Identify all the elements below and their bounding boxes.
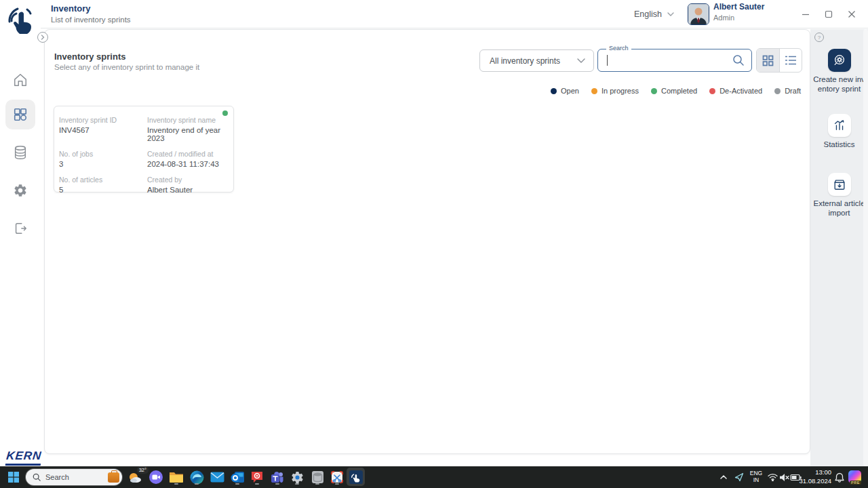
tray-overflow-chevron[interactable] bbox=[717, 469, 730, 485]
field-no-of-articles: No. of articles 5 bbox=[59, 176, 147, 194]
search-icon[interactable] bbox=[732, 54, 745, 66]
sprint-filter-dropdown[interactable]: All inventory sprints bbox=[479, 49, 594, 72]
briefcase-icon bbox=[108, 472, 119, 483]
section-heading: Inventory sprints bbox=[54, 52, 125, 62]
user-avatar[interactable] bbox=[688, 3, 709, 25]
start-button[interactable] bbox=[5, 469, 22, 485]
tray-clock[interactable]: 13:00 31.08.2024 bbox=[799, 468, 831, 486]
page-subtitle: List of inventory sprints bbox=[51, 16, 131, 24]
legend-item-draft: Draft bbox=[774, 87, 801, 95]
copilot-icon[interactable]: PRE bbox=[848, 470, 861, 483]
status-legend: Open In progress Completed De-Activated … bbox=[551, 87, 801, 95]
minimize-button[interactable] bbox=[796, 5, 815, 24]
sidebar-item-logout[interactable] bbox=[5, 214, 35, 243]
chat-app-icon[interactable] bbox=[148, 469, 164, 485]
external-import-label: External article import bbox=[812, 199, 867, 218]
rail-action-external-import: External article import bbox=[810, 173, 868, 218]
status-dot-open bbox=[551, 88, 557, 94]
help-icon[interactable]: ? bbox=[814, 33, 824, 42]
filter-value: All inventory sprints bbox=[490, 56, 560, 66]
legend-item-open: Open bbox=[551, 87, 579, 95]
section-subheading: Select any of inventory sprint to manage… bbox=[54, 63, 199, 71]
taskbar-search[interactable]: Search bbox=[26, 469, 122, 485]
external-import-button[interactable] bbox=[828, 173, 851, 196]
kern-app-taskbar-icon[interactable] bbox=[347, 468, 365, 486]
taskbar-search-placeholder: Search bbox=[45, 473, 108, 481]
sidebar-item-home[interactable] bbox=[5, 65, 35, 95]
list-view-icon bbox=[785, 55, 797, 66]
file-explorer-icon[interactable] bbox=[168, 469, 184, 485]
close-button[interactable] bbox=[842, 5, 861, 24]
status-dot-deactivated bbox=[709, 88, 715, 94]
list-view-button[interactable] bbox=[779, 49, 802, 72]
windows-taskbar: Search 32° bbox=[0, 466, 868, 488]
view-toggle bbox=[756, 48, 802, 73]
sidebar-item-database[interactable] bbox=[5, 138, 35, 167]
windows-logo-icon bbox=[8, 472, 19, 483]
sidebar-item-dashboard[interactable] bbox=[5, 100, 35, 129]
edge-browser-icon[interactable] bbox=[189, 469, 205, 485]
main-content-panel: Inventory sprints Select any of inventor… bbox=[44, 29, 810, 454]
app-window: KERN Inventory List of inventory sprints… bbox=[0, 0, 868, 466]
snipping-tool-icon[interactable] bbox=[329, 469, 345, 485]
sidebar-expand-button[interactable] bbox=[37, 32, 48, 43]
create-sprint-label: Create new inventory sprint bbox=[812, 75, 867, 94]
grid-view-icon bbox=[762, 55, 774, 66]
field-created-by: Created by Albert Sauter bbox=[147, 176, 229, 194]
language-line2: IN bbox=[750, 477, 762, 484]
chevron-down-icon bbox=[667, 12, 674, 16]
legend-item-in-progress: In progress bbox=[591, 87, 639, 95]
card-status-dot bbox=[222, 110, 228, 116]
right-action-rail: ? Create new inventory sprint bbox=[810, 29, 868, 466]
mail-app-icon[interactable] bbox=[209, 469, 225, 485]
window-controls bbox=[796, 0, 861, 28]
copilot-preview-badge: PRE bbox=[850, 481, 861, 485]
left-sidebar: KERN bbox=[0, 0, 41, 466]
external-import-icon bbox=[833, 178, 846, 191]
create-sprint-button[interactable] bbox=[828, 49, 851, 72]
svg-text:?: ? bbox=[818, 35, 821, 41]
language-value: English bbox=[634, 9, 662, 19]
tray-language-indicator[interactable]: ENG IN bbox=[747, 469, 765, 485]
statistics-label: Statistics bbox=[812, 140, 867, 149]
app-logo-touch-icon bbox=[7, 4, 37, 37]
kern-brand-logo: KERN bbox=[5, 449, 43, 466]
search-field-label: Search bbox=[606, 45, 631, 52]
legend-item-completed: Completed bbox=[651, 87, 697, 95]
chevron-down-icon bbox=[577, 58, 585, 63]
field-sprint-id: Inventory sprint ID INV4567 bbox=[59, 116, 147, 142]
weather-temp-badge: 32° bbox=[137, 466, 149, 474]
grid-view-button[interactable] bbox=[757, 49, 779, 72]
weather-widget[interactable]: 32° bbox=[127, 469, 143, 485]
server-app-icon[interactable] bbox=[309, 469, 326, 485]
rail-action-statistics: Statistics bbox=[810, 114, 868, 149]
vertical-scrollbar[interactable] bbox=[863, 29, 868, 466]
notifications-bell-icon[interactable] bbox=[833, 469, 846, 485]
feedback-app-icon[interactable] bbox=[249, 469, 265, 485]
statistics-button[interactable] bbox=[828, 114, 851, 137]
create-sprint-icon bbox=[833, 54, 846, 67]
tray-location-icon[interactable] bbox=[732, 469, 746, 485]
statistics-icon bbox=[833, 119, 846, 132]
settings-app-icon[interactable] bbox=[289, 469, 305, 485]
user-role: Admin bbox=[713, 14, 734, 22]
text-caret bbox=[607, 55, 608, 66]
rail-action-create-sprint: Create new inventory sprint bbox=[810, 49, 868, 94]
search-input[interactable] bbox=[608, 52, 723, 68]
tray-date: 31.08.2024 bbox=[799, 477, 831, 486]
status-dot-draft bbox=[774, 88, 781, 94]
teams-icon[interactable] bbox=[269, 469, 285, 485]
status-dot-completed bbox=[651, 88, 657, 94]
field-sprint-name: Inventory sprint name Inventory end of y… bbox=[147, 116, 229, 142]
card-fields: Inventory sprint ID INV4567 Inventory sp… bbox=[59, 116, 229, 194]
language-selector[interactable]: English bbox=[634, 7, 688, 21]
outlook-icon[interactable] bbox=[229, 469, 245, 485]
status-dot-in-progress bbox=[591, 88, 597, 94]
page-title: Inventory bbox=[51, 3, 91, 14]
sidebar-item-settings[interactable] bbox=[5, 176, 35, 205]
app-header: Inventory List of inventory sprints Engl… bbox=[41, 0, 868, 28]
maximize-button[interactable] bbox=[819, 5, 838, 24]
legend-item-deactivated: De-Activated bbox=[709, 87, 762, 95]
inventory-sprint-card[interactable]: Inventory sprint ID INV4567 Inventory sp… bbox=[54, 106, 234, 192]
field-no-of-jobs: No. of jobs 3 bbox=[59, 150, 147, 168]
